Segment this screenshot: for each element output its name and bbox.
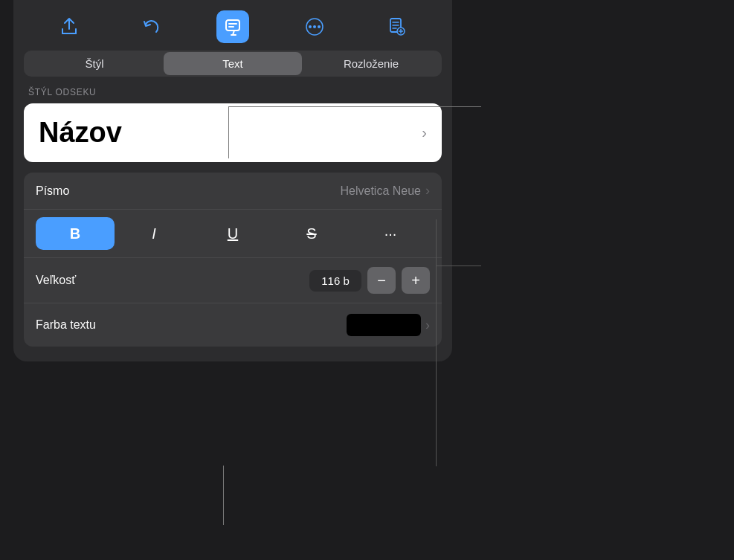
font-chevron-icon: › bbox=[425, 183, 430, 199]
text-options-group: Písmo Helvetica Neue › B I U S ··· bbox=[24, 173, 442, 347]
paragraph-style-card[interactable]: Názov › bbox=[24, 103, 442, 162]
tab-bar: Štýl Text Rozloženie bbox=[24, 51, 442, 77]
svg-rect-0 bbox=[226, 20, 239, 30]
text-color-value-group: › bbox=[347, 314, 430, 336]
format-panel: Štýl Text Rozloženie ŠTÝL ODSEKU Názov ›… bbox=[13, 0, 452, 361]
paragraph-style-chevron-icon: › bbox=[422, 124, 427, 141]
svg-point-5 bbox=[318, 25, 321, 28]
size-decrease-button[interactable]: − bbox=[367, 267, 396, 294]
strikethrough-button[interactable]: S bbox=[272, 217, 351, 250]
text-color-chevron-icon: › bbox=[425, 318, 430, 333]
size-label: Veľkosť bbox=[36, 274, 76, 287]
bracket-top-line bbox=[436, 219, 437, 265]
italic-button[interactable]: I bbox=[115, 217, 193, 250]
size-increase-button[interactable]: + bbox=[402, 267, 430, 294]
text-color-label: Farba textu bbox=[36, 318, 96, 332]
size-controls: 116 b − + bbox=[309, 267, 430, 294]
bracket-mid-line bbox=[437, 265, 481, 266]
more-format-icon: ··· bbox=[384, 225, 397, 242]
connector-line-tab bbox=[228, 106, 229, 158]
bold-button[interactable]: B bbox=[36, 217, 115, 250]
tab-style[interactable]: Štýl bbox=[25, 52, 164, 75]
font-label: Písmo bbox=[36, 184, 69, 198]
size-value: 116 b bbox=[309, 270, 361, 292]
undo-icon[interactable] bbox=[135, 10, 167, 43]
paragraph-style-section-label: ŠTÝL ODSEKU bbox=[13, 77, 452, 103]
font-row[interactable]: Písmo Helvetica Neue › bbox=[24, 173, 442, 210]
share-icon[interactable] bbox=[53, 10, 86, 43]
italic-icon: I bbox=[152, 225, 156, 242]
more-format-button[interactable]: ··· bbox=[351, 217, 430, 250]
toolbar bbox=[13, 0, 452, 51]
underline-icon: U bbox=[228, 225, 238, 242]
tab-layout[interactable]: Rozloženie bbox=[302, 52, 440, 75]
tab-text[interactable]: Text bbox=[164, 52, 302, 75]
document-icon[interactable] bbox=[380, 10, 413, 43]
format-icon[interactable] bbox=[216, 10, 249, 43]
svg-point-4 bbox=[313, 25, 316, 28]
bold-icon: B bbox=[70, 225, 80, 242]
more-options-icon[interactable] bbox=[298, 10, 331, 43]
bracket-bottom-line bbox=[436, 265, 437, 466]
strikethrough-icon: S bbox=[306, 225, 316, 242]
connector-line-bottom bbox=[223, 466, 224, 525]
format-buttons-row: B I U S ··· bbox=[24, 210, 442, 258]
font-value-group: Helvetica Neue › bbox=[341, 183, 431, 199]
size-row: Veľkosť 116 b − + bbox=[24, 258, 442, 303]
paragraph-style-title: Názov bbox=[39, 117, 122, 149]
connector-line-horizontal bbox=[228, 106, 481, 107]
font-value: Helvetica Neue bbox=[341, 184, 422, 198]
text-color-row[interactable]: Farba textu › bbox=[24, 303, 442, 347]
underline-button[interactable]: U bbox=[193, 217, 272, 250]
text-color-swatch bbox=[347, 314, 421, 336]
svg-point-3 bbox=[309, 25, 312, 28]
